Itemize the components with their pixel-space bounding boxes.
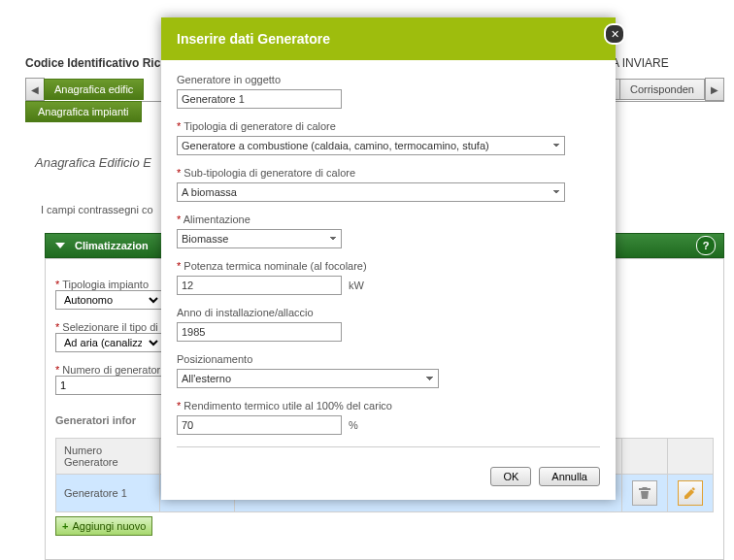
unit-rendimento: % — [349, 419, 358, 431]
label-generatore-oggetto: Generatore in oggetto — [177, 74, 600, 85]
select-alimentazione[interactable]: Biomasse — [177, 229, 342, 248]
close-icon: ✕ — [611, 29, 619, 40]
modal-inserire-generatore: ✕ Inserire dati Generatore Generatore in… — [161, 17, 616, 500]
label-potenza: Potenza termica nominale (al focolare) — [177, 260, 600, 272]
label-rendimento: Rendimento termico utile al 100% del car… — [177, 400, 600, 412]
modal-close-button[interactable]: ✕ — [604, 23, 625, 45]
modal-title: Inserire dati Generatore — [161, 17, 616, 60]
label-alimentazione: Alimentazione — [177, 214, 600, 225]
select-tipologia-generatore[interactable]: Generatore a combustione (caldaia, camin… — [177, 136, 565, 155]
label-anno: Anno di installazione/allaccio — [177, 307, 600, 318]
input-potenza[interactable] — [177, 276, 342, 295]
input-rendimento[interactable] — [177, 415, 342, 435]
label-posizionamento: Posizionamento — [177, 353, 600, 365]
select-subtipologia[interactable]: A biomassa — [177, 182, 565, 202]
cancel-button[interactable]: Annulla — [539, 467, 600, 486]
ok-button[interactable]: OK — [490, 467, 531, 486]
unit-potenza: kW — [349, 280, 364, 291]
input-anno[interactable] — [177, 322, 342, 342]
label-tipologia-generatore: Tipologia di generatore di calore — [177, 120, 600, 132]
label-subtipologia: Sub-tipologia di generatore di calore — [177, 167, 600, 179]
input-generatore-oggetto[interactable] — [177, 89, 342, 109]
select-posizionamento[interactable]: All'esterno — [177, 369, 439, 388]
